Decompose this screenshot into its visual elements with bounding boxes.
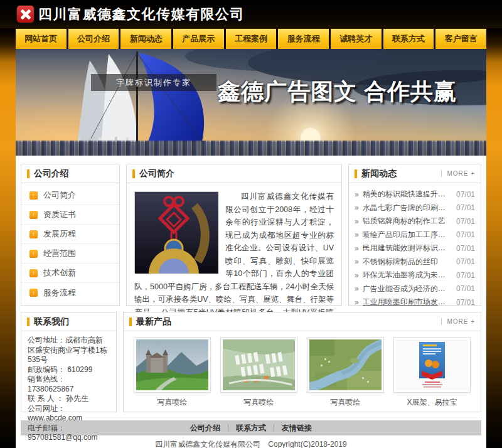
news-item-date: 07/01	[456, 190, 475, 199]
chevron-right-icon: »	[355, 298, 359, 307]
company-intro-title: 公司介绍	[34, 168, 69, 179]
product-item-river[interactable]: 写真喷绘	[307, 337, 384, 408]
news-list: »精美的标识能快速提升你的07/01 »水晶七彩广告牌的印刷工艺07/01 »铝…	[349, 183, 481, 309]
products-more-link[interactable]: MORE +	[441, 318, 475, 325]
footer-link-friends[interactable]: 友情链接	[274, 424, 319, 432]
product-item-xbanner[interactable]: X展架、易拉宝	[393, 337, 471, 408]
news-box: 新闻动态 MORE + »精美的标识能快速提升你的07/01 »水晶七彩广告牌的…	[348, 164, 481, 306]
nav-item-guestbook[interactable]: 客户留言	[435, 29, 486, 49]
news-item-date: 07/01	[456, 244, 475, 253]
sidebar-item-certificates[interactable]: ↑ 资质证书	[21, 205, 119, 225]
news-title: 新闻动态	[361, 168, 397, 179]
news-item-title: 民用建筑能效测评标识技术	[363, 243, 452, 253]
sidebar-item-history[interactable]: ↑ 发展历程	[21, 225, 119, 244]
news-item[interactable]: »喷绘产品印后加工工序注意07/01	[355, 228, 475, 242]
product-image-castle	[134, 337, 211, 393]
news-item-title: 广告业能否成为经济的明日	[363, 284, 452, 294]
sidebar-item-scope[interactable]: ↑ 经营范围	[21, 244, 119, 264]
nav-item-products[interactable]: 产品展示	[173, 29, 224, 49]
product-image-residential	[220, 337, 297, 393]
product-image-river	[307, 337, 384, 393]
news-item-title: 工业用喷墨印刷市场发展趋	[363, 297, 452, 307]
contact-website: 公司网址： www.abcde.com	[28, 404, 110, 424]
accent-bar-icon	[129, 317, 132, 326]
arrow-up-icon: ↑	[29, 230, 38, 238]
accent-bar-icon	[27, 169, 29, 178]
sidebar-item-label: 公司简介	[43, 189, 76, 201]
arrow-up-icon: ↑	[29, 191, 38, 200]
contact-person: 联 系 人 ： 孙先生	[28, 394, 110, 404]
chevron-right-icon: »	[355, 257, 359, 266]
products-box: 最新产品 MORE +	[123, 312, 481, 412]
news-item[interactable]: »民用建筑能效测评标识技术07/01	[355, 242, 475, 255]
news-item-date: 07/01	[456, 203, 475, 212]
nav-item-home[interactable]: 网站首页	[16, 29, 67, 49]
chevron-right-icon: »	[355, 230, 359, 239]
contact-address: 公司地址：成都市高新区盛安街商业写字楼1栋535号	[28, 336, 110, 365]
news-item-date: 07/01	[456, 298, 475, 307]
company-logo-icon[interactable]	[17, 6, 34, 23]
contact-box: 联系我们 公司地址：成都市高新区盛安街商业写字楼1栋535号 邮政编码： 610…	[21, 312, 117, 412]
news-item[interactable]: »水晶七彩广告牌的印刷工艺07/01	[355, 201, 475, 215]
news-item-title: 环保无苯油墨将成为未来印	[363, 270, 452, 280]
sidebar-item-label: 资质证书	[43, 209, 76, 220]
news-more-link[interactable]: MORE +	[441, 170, 475, 177]
product-item-residential[interactable]: 写真喷绘	[220, 337, 297, 408]
news-item[interactable]: »精美的标识能快速提升你的07/01	[355, 188, 475, 201]
nav-item-cases[interactable]: 工程案例	[226, 29, 277, 49]
nav-item-contact[interactable]: 联系方式	[383, 29, 434, 49]
chevron-right-icon: »	[355, 203, 359, 212]
news-item[interactable]: »广告业能否成为经济的明日07/01	[355, 282, 475, 296]
contact-hotline: 销售热线： 17380625867	[28, 375, 110, 394]
nav-item-jobs[interactable]: 诚聘英才	[331, 29, 382, 49]
arrow-up-icon: ↑	[29, 250, 38, 258]
banner-glitch-strip	[16, 141, 486, 156]
accent-bar-icon	[355, 169, 357, 178]
news-header: 新闻动态 MORE +	[349, 164, 481, 183]
footer-link-contact[interactable]: 联系方式	[228, 424, 274, 432]
news-item[interactable]: »环保无苯油墨将成为未来印07/01	[355, 269, 475, 282]
news-item-title: 喷绘产品印后加工工序注意	[363, 230, 452, 240]
product-caption: 写真喷绘	[307, 397, 384, 408]
arrow-up-icon: ↑	[29, 211, 38, 219]
news-item[interactable]: »工业用喷墨印刷市场发展趋07/01	[355, 296, 475, 309]
news-item-date: 07/01	[456, 257, 475, 266]
page: 四川富威德鑫文化传媒有限公司 网站首页 公司介绍 新闻动态 产品展示 工程案例 …	[0, 0, 502, 448]
footer-link-company[interactable]: 公司介绍	[183, 424, 228, 432]
nav-item-news[interactable]: 新闻动态	[120, 29, 171, 49]
arrow-up-icon: ↑	[29, 269, 38, 277]
accent-bar-icon	[132, 169, 135, 178]
contact-email-label: 电子邮箱：	[28, 424, 110, 434]
news-item-date: 07/01	[456, 217, 475, 226]
product-item-castle[interactable]: 写真喷绘	[134, 337, 211, 408]
chevron-right-icon: »	[355, 190, 359, 199]
product-image-xbanner	[393, 337, 471, 393]
company-intro-header: 公司介绍	[21, 164, 119, 183]
top-header: 四川富威德鑫文化传媒有限公司	[0, 0, 502, 28]
products-title: 最新产品	[136, 316, 171, 328]
product-caption: X展架、易拉宝	[393, 397, 471, 408]
company-intro-box: 公司介绍 ↑ 公司简介 ↑ 资质证书 ↑ 发展历程 ↑ 经营范围	[21, 164, 120, 306]
news-item-title: 不锈钢标牌制品的丝印	[363, 257, 452, 267]
sidebar-item-label: 服务流程	[43, 287, 76, 299]
sidebar-item-innovation[interactable]: ↑ 技术创新	[21, 264, 119, 283]
news-item[interactable]: »不锈钢标牌制品的丝印07/01	[355, 255, 475, 269]
content-row-top: 公司介绍 ↑ 公司简介 ↑ 资质证书 ↑ 发展历程 ↑ 经营范围	[21, 164, 481, 306]
news-item[interactable]: »铝质铭牌商标的制作工艺07/01	[355, 215, 475, 228]
company-profile-image[interactable]	[134, 191, 218, 273]
product-caption: 写真喷绘	[220, 397, 297, 408]
company-profile-title: 公司简介	[139, 168, 174, 179]
nav-item-company-intro[interactable]: 公司介绍	[68, 29, 119, 49]
sidebar-item-profile[interactable]: ↑ 公司简介	[21, 186, 119, 205]
content-row-bottom: 联系我们 公司地址：成都市高新区盛安街商业写字楼1栋535号 邮政编码： 610…	[21, 312, 481, 412]
products-header: 最新产品 MORE +	[124, 312, 481, 331]
news-item-date: 07/01	[456, 271, 475, 280]
company-profile-header: 公司简介	[127, 164, 341, 183]
main-content: 公司介绍 ↑ 公司简介 ↑ 资质证书 ↑ 发展历程 ↑ 经营范围	[16, 156, 486, 448]
sidebar-item-service-flow[interactable]: ↑ 服务流程	[21, 283, 119, 302]
sidebar-item-label: 发展历程	[43, 228, 76, 240]
news-item-date: 07/01	[456, 230, 475, 239]
nav-item-service-flow[interactable]: 服务流程	[278, 29, 329, 49]
contact-postcode: 邮政编码： 610299	[28, 365, 110, 375]
main-nav: 网站首页 公司介绍 新闻动态 产品展示 工程案例 服务流程 诚聘英才 联系方式 …	[16, 28, 486, 49]
